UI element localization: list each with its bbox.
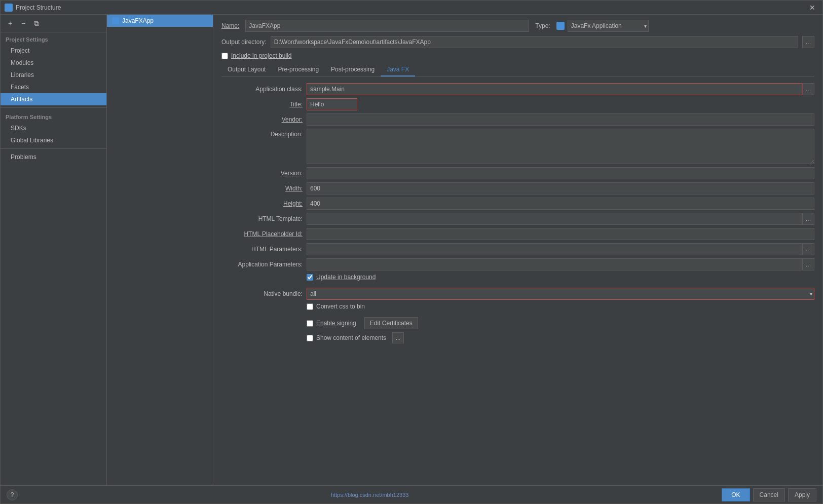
artifact-list: JavaFXApp: [107, 15, 213, 485]
update-in-background-row: Update in background: [307, 274, 814, 281]
sidebar-item-global-libraries[interactable]: Global Libraries: [1, 134, 106, 146]
window-title: Project Structure: [16, 4, 806, 11]
update-in-background-label[interactable]: Update in background: [316, 274, 376, 281]
description-textarea[interactable]: [307, 129, 814, 164]
version-input[interactable]: [307, 167, 814, 179]
update-in-background-checkbox[interactable]: [307, 274, 313, 281]
add-button[interactable]: +: [5, 18, 16, 29]
tab-output-layout[interactable]: Output Layout: [221, 63, 272, 76]
tab-post-processing[interactable]: Post-processing: [325, 63, 381, 76]
sidebar-divider-2: [1, 148, 106, 149]
convert-css-label[interactable]: Convert css to bin: [316, 303, 365, 310]
javafx-form: Application class: … Title: Vendor: Desc…: [221, 83, 814, 343]
sidebar: + − ⧉ Project Settings Project Modules L…: [1, 15, 107, 485]
convert-css-checkbox[interactable]: [307, 303, 313, 310]
ok-button[interactable]: OK: [722, 488, 750, 501]
show-content-label[interactable]: Show content of elements: [316, 334, 386, 341]
app-parameters-input[interactable]: [307, 258, 802, 270]
sidebar-item-artifacts[interactable]: Artifacts: [1, 93, 106, 105]
output-dir-label: Output directory:: [221, 38, 267, 46]
html-parameters-input[interactable]: [307, 243, 802, 255]
enable-signing-label[interactable]: Enable signing: [316, 320, 356, 327]
artifact-item-javafxapp[interactable]: JavaFXApp: [107, 15, 213, 27]
html-parameters-browse-button[interactable]: …: [802, 243, 814, 255]
html-template-browse-button[interactable]: …: [802, 213, 814, 225]
title-input[interactable]: [307, 98, 357, 110]
app-class-label: Application class:: [221, 86, 303, 93]
width-label: Width:: [221, 185, 303, 192]
native-bundle-wrapper: all none image installer: [307, 288, 814, 300]
enable-signing-row: Enable signing Edit Certificates: [307, 317, 814, 329]
app-parameters-label: Application Parameters:: [221, 261, 303, 268]
html-template-input[interactable]: [307, 213, 802, 225]
include-in-build-row: Include in project build: [221, 52, 814, 59]
tab-pre-processing[interactable]: Pre-processing: [272, 63, 325, 76]
version-label: Version:: [221, 170, 303, 177]
type-icon: [556, 22, 565, 30]
bottom-bar: ? https://blog.csdn.net/mbh12333 OK Canc…: [1, 485, 822, 503]
include-in-build-label[interactable]: Include in project build: [231, 52, 291, 59]
app-icon: [5, 4, 13, 12]
type-select[interactable]: JavaFx Application: [568, 20, 649, 32]
title-label: Title:: [221, 101, 303, 108]
form-area: Name: Type: JavaFx Application: [213, 15, 822, 485]
copy-button[interactable]: ⧉: [31, 18, 42, 29]
description-label: Description:: [221, 129, 303, 138]
include-in-build-checkbox[interactable]: [221, 53, 228, 59]
convert-css-row: Convert css to bin: [307, 303, 814, 310]
close-button[interactable]: ✕: [806, 3, 818, 13]
app-class-input[interactable]: [307, 83, 802, 95]
artifact-name-input[interactable]: [245, 20, 529, 32]
enable-signing-checkbox[interactable]: [307, 320, 313, 327]
platform-settings-section: Platform Settings: [1, 110, 106, 122]
output-dir-input[interactable]: [271, 36, 798, 48]
bottom-buttons: OK Cancel Apply: [722, 488, 816, 501]
title-bar: Project Structure ✕: [1, 1, 822, 15]
artifact-icon: [112, 17, 119, 24]
sidebar-toolbar: + − ⧉: [1, 15, 106, 32]
main-content: + − ⧉ Project Settings Project Modules L…: [1, 15, 822, 485]
sidebar-item-project[interactable]: Project: [1, 45, 106, 57]
sidebar-item-libraries[interactable]: Libraries: [1, 69, 106, 81]
type-label: Type:: [535, 22, 550, 29]
help-button[interactable]: ?: [7, 489, 18, 500]
content-panel: JavaFXApp Name: Type: J: [107, 15, 822, 485]
bottom-url: https://blog.csdn.net/mbh12333: [331, 492, 409, 498]
app-class-browse-button[interactable]: …: [802, 83, 814, 95]
sidebar-divider: [1, 107, 106, 108]
show-more-button[interactable]: ...: [392, 332, 404, 343]
sidebar-item-facets[interactable]: Facets: [1, 81, 106, 93]
show-content-row: Show content of elements ...: [307, 332, 814, 343]
html-placeholder-input[interactable]: [307, 228, 814, 240]
show-content-checkbox[interactable]: [307, 335, 313, 341]
output-dir-browse-button[interactable]: …: [802, 36, 814, 48]
height-label: Height:: [221, 200, 303, 207]
native-bundle-select[interactable]: all none image installer: [307, 288, 814, 300]
html-template-label: HTML Template:: [221, 215, 303, 222]
width-input[interactable]: [307, 182, 814, 195]
sidebar-item-sdks[interactable]: SDKs: [1, 122, 106, 134]
edit-certificates-button[interactable]: Edit Certificates: [364, 317, 418, 329]
app-parameters-browse-button[interactable]: …: [802, 258, 814, 270]
tabs-bar: Output Layout Pre-processing Post-proces…: [221, 63, 814, 77]
apply-button[interactable]: Apply: [788, 488, 816, 501]
cancel-button[interactable]: Cancel: [753, 488, 785, 501]
project-structure-window: Project Structure ✕ + − ⧉ Project Settin…: [0, 0, 823, 504]
native-bundle-label: Native bundle:: [221, 290, 303, 297]
content-area: JavaFXApp Name: Type: J: [107, 15, 822, 485]
vendor-input[interactable]: [307, 113, 814, 126]
name-label: Name:: [221, 22, 239, 29]
sidebar-item-modules[interactable]: Modules: [1, 57, 106, 69]
html-placeholder-label: HTML Placeholder Id:: [221, 230, 303, 238]
vendor-label: Vendor:: [221, 116, 303, 123]
sidebar-item-problems[interactable]: Problems: [1, 151, 106, 163]
remove-button[interactable]: −: [18, 18, 29, 29]
tab-java-fx[interactable]: Java FX: [381, 63, 415, 76]
html-parameters-label: HTML Parameters:: [221, 246, 303, 253]
height-input[interactable]: [307, 198, 814, 210]
project-settings-section: Project Settings: [1, 32, 106, 45]
